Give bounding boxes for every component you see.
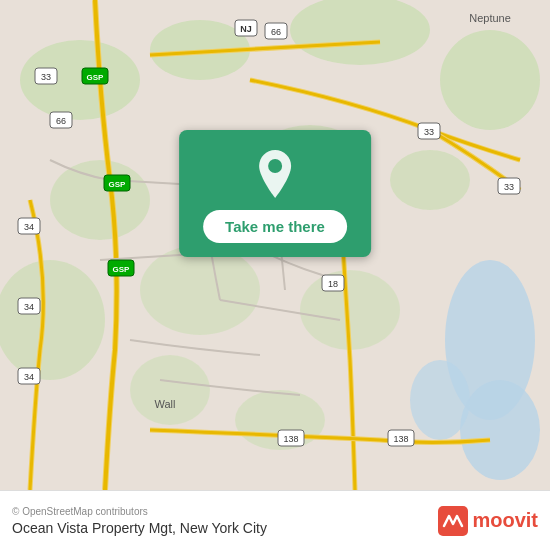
svg-point-7 (50, 160, 150, 240)
osm-attribution: © OpenStreetMap contributors (12, 506, 438, 517)
svg-text:34: 34 (24, 302, 34, 312)
svg-text:NJ: NJ (240, 24, 252, 34)
svg-text:33: 33 (41, 72, 51, 82)
svg-text:138: 138 (283, 434, 298, 444)
svg-text:66: 66 (56, 116, 66, 126)
take-me-there-card[interactable]: Take me there (179, 130, 371, 257)
navigation-button-overlay: Take me there (179, 130, 371, 257)
svg-text:138: 138 (393, 434, 408, 444)
svg-point-14 (460, 380, 540, 480)
svg-text:33: 33 (424, 127, 434, 137)
svg-text:34: 34 (24, 222, 34, 232)
svg-point-52 (268, 159, 282, 173)
svg-text:Neptune: Neptune (469, 12, 511, 24)
svg-text:GSP: GSP (87, 73, 105, 82)
svg-text:GSP: GSP (109, 180, 127, 189)
map-container: NJ 66 GSP GSP GSP 33 33 34 34 34 33 66 1… (0, 0, 550, 490)
svg-text:33: 33 (504, 182, 514, 192)
svg-point-15 (410, 360, 470, 440)
footer: © OpenStreetMap contributors Ocean Vista… (0, 490, 550, 550)
moovit-logo-icon (438, 506, 468, 536)
footer-info: © OpenStreetMap contributors Ocean Vista… (12, 506, 438, 536)
moovit-text: moovit (472, 509, 538, 532)
svg-text:18: 18 (328, 279, 338, 289)
svg-rect-53 (438, 506, 468, 536)
svg-point-11 (130, 355, 210, 425)
svg-point-9 (140, 245, 260, 335)
svg-text:GSP: GSP (113, 265, 131, 274)
svg-point-8 (0, 260, 105, 380)
take-me-there-button[interactable]: Take me there (203, 210, 347, 243)
location-pin-icon (253, 148, 297, 200)
svg-text:66: 66 (271, 27, 281, 37)
moovit-logo: moovit (438, 506, 538, 536)
svg-text:Wall: Wall (155, 398, 176, 410)
svg-text:34: 34 (24, 372, 34, 382)
svg-point-4 (440, 30, 540, 130)
location-name: Ocean Vista Property Mgt, New York City (12, 520, 438, 536)
svg-point-5 (390, 150, 470, 210)
